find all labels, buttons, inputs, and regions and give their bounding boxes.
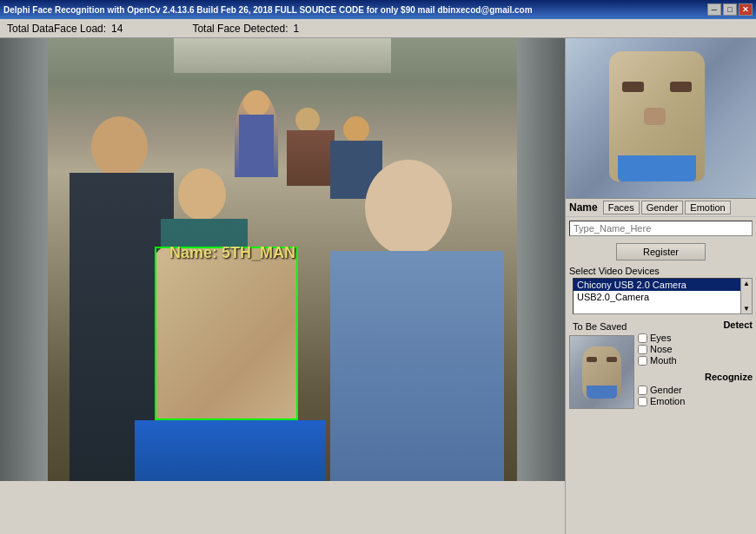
saved-detect-section: To Be Saved Detect bbox=[566, 318, 756, 411]
right-person-body bbox=[330, 251, 504, 481]
recognize-label: Recognize bbox=[638, 372, 753, 382]
video-area: Name: 5TH_MAN bbox=[0, 38, 565, 481]
detect-nose-checkbox[interactable] bbox=[638, 345, 647, 354]
title-bar-buttons: ─ □ ✕ bbox=[707, 3, 753, 16]
bg-person-1 bbox=[235, 90, 278, 177]
detected-label: Total Face Detected: bbox=[192, 23, 288, 35]
recognize-gender-row: Gender bbox=[638, 385, 753, 395]
maximize-button[interactable]: □ bbox=[723, 3, 737, 16]
bg-person-2-body bbox=[287, 130, 335, 186]
saved-eye-right bbox=[607, 357, 617, 362]
right-panel: Name Faces Gender Emotion Register Selec… bbox=[565, 38, 756, 534]
device-item-1[interactable]: Chicony USB 2.0 Camera bbox=[574, 279, 748, 291]
detect-eyes-row: Eyes bbox=[638, 333, 753, 343]
thumb-eye-right bbox=[670, 82, 692, 92]
right-wall bbox=[517, 38, 565, 481]
saved-shirt bbox=[587, 386, 617, 399]
dataface-label: Total DataFace Load: bbox=[7, 23, 106, 35]
detected-name-label: Name: 5TH_MAN bbox=[169, 244, 295, 262]
tab-faces[interactable]: Faces bbox=[603, 201, 640, 214]
dataface-count: 14 bbox=[111, 23, 123, 35]
to-be-saved-label: To Be Saved bbox=[569, 320, 630, 333]
saved-face-inner bbox=[570, 336, 633, 408]
thumb-face bbox=[609, 51, 705, 181]
video-devices-label: Select Video Devices bbox=[566, 264, 756, 278]
face-thumbnail bbox=[566, 38, 756, 199]
detect-nose-label: Nose bbox=[650, 344, 673, 354]
saved-eye-left bbox=[587, 357, 597, 362]
left-wall bbox=[0, 38, 48, 481]
name-tabs-row: Name Faces Gender Emotion bbox=[566, 199, 756, 217]
saved-face-shape bbox=[582, 346, 621, 399]
face-detection-box: Name: 5TH_MAN bbox=[155, 247, 298, 420]
detect-mouth-checkbox[interactable] bbox=[638, 356, 647, 366]
thumb-eye-left bbox=[622, 82, 644, 92]
recognize-gender-label: Gender bbox=[650, 385, 682, 395]
right-person bbox=[330, 160, 504, 481]
scroll-down-icon[interactable]: ▼ bbox=[743, 305, 750, 313]
thumb-nose bbox=[644, 108, 666, 125]
device-list-container: Chicony USB 2.0 Camera USB2.0_Camera ▲ ▼ bbox=[569, 278, 753, 314]
detected-count: 1 bbox=[294, 23, 300, 35]
detect-eyes-label: Eyes bbox=[650, 333, 671, 343]
close-button[interactable]: ✕ bbox=[739, 3, 753, 16]
bg-person-2-head bbox=[295, 108, 320, 132]
thumb-bg bbox=[566, 38, 756, 198]
detect-nose-row: Nose bbox=[638, 344, 753, 354]
video-scene: Name: 5TH_MAN bbox=[0, 38, 565, 481]
detect-mouth-label: Mouth bbox=[650, 355, 677, 366]
thumb-shirt bbox=[618, 155, 696, 181]
recognize-emotion-checkbox[interactable] bbox=[638, 397, 647, 406]
recognize-gender-checkbox[interactable] bbox=[638, 386, 647, 395]
name-label: Name bbox=[569, 201, 598, 214]
center-left-head bbox=[178, 168, 226, 221]
register-button[interactable]: Register bbox=[616, 243, 706, 260]
minimize-button[interactable]: ─ bbox=[707, 3, 721, 16]
name-input-area bbox=[566, 217, 756, 240]
device-list[interactable]: Chicony USB 2.0 Camera USB2.0_Camera bbox=[573, 278, 749, 314]
saved-thumbnail bbox=[569, 335, 634, 409]
detected-person-body bbox=[135, 420, 326, 481]
device-scrollbar[interactable]: ▲ ▼ bbox=[740, 278, 753, 314]
ceiling-light bbox=[174, 38, 391, 73]
tab-emotion[interactable]: Emotion bbox=[685, 201, 730, 214]
detect-label: Detect bbox=[638, 320, 753, 330]
detect-mouth-row: Mouth bbox=[638, 355, 753, 366]
status-bar: Total DataFace Load: 14 Total Face Detec… bbox=[0, 19, 756, 38]
tab-gender[interactable]: Gender bbox=[641, 201, 684, 214]
device-item-2[interactable]: USB2.0_Camera bbox=[574, 291, 748, 303]
main-content: Name: 5TH_MAN Name bbox=[0, 38, 756, 534]
title-bar: Delphi Face Recognition with OpenCv 2.4.… bbox=[0, 0, 756, 19]
scroll-up-icon[interactable]: ▲ bbox=[743, 280, 750, 287]
bg-person-2 bbox=[287, 108, 335, 186]
bg-person-1-head bbox=[243, 90, 269, 116]
recognize-emotion-row: Emotion bbox=[638, 396, 753, 406]
detect-section: Detect Eyes Nose Mouth Recognize Ge bbox=[638, 320, 753, 407]
detect-eyes-checkbox[interactable] bbox=[638, 333, 647, 343]
window-title: Delphi Face Recognition with OpenCv 2.4.… bbox=[3, 5, 533, 15]
left-person-head bbox=[91, 116, 148, 177]
right-person-head bbox=[365, 160, 452, 255]
name-input[interactable] bbox=[569, 221, 753, 236]
bg-person-3-head bbox=[343, 116, 369, 142]
saved-thumb-col: To Be Saved bbox=[569, 320, 634, 409]
recognize-emotion-label: Emotion bbox=[650, 396, 685, 406]
